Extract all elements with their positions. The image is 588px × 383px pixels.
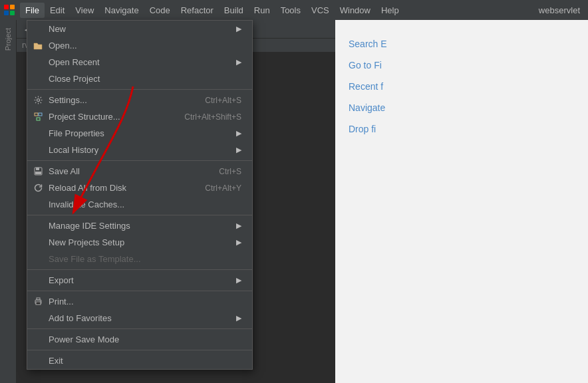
menu-run[interactable]: Run xyxy=(249,3,275,18)
separator-2 xyxy=(27,160,252,161)
app-logo xyxy=(3,3,16,17)
print-icon xyxy=(33,297,43,307)
menu-item-new-projects-setup[interactable]: New Projects Setup ▶ xyxy=(27,234,252,251)
svg-rect-6 xyxy=(39,113,42,116)
welcome-item-drop[interactable]: Drop fi xyxy=(349,118,575,140)
menu-item-save-as-template[interactable]: Save File as Template... xyxy=(27,251,252,267)
separator-4 xyxy=(27,269,252,270)
project-structure-icon xyxy=(33,112,43,122)
menu-item-add-favorites[interactable]: Add to Favorites ▶ xyxy=(27,310,252,326)
menu-item-save-all[interactable]: Save All Ctrl+S xyxy=(27,163,252,180)
folder-icon xyxy=(33,41,43,51)
menu-window[interactable]: Window xyxy=(335,3,376,18)
menu-help[interactable]: Help xyxy=(376,3,404,18)
welcome-item-recent[interactable]: Recent f xyxy=(349,76,575,97)
menu-file[interactable]: File xyxy=(20,3,45,18)
menu-item-new[interactable]: New ▶ xyxy=(27,21,252,37)
menu-item-reload[interactable]: Reload All from Disk Ctrl+Alt+Y xyxy=(27,180,252,196)
menu-item-export[interactable]: Export ▶ xyxy=(27,272,252,289)
settings-icon xyxy=(33,95,43,106)
separator-7 xyxy=(27,350,252,350)
menu-item-manage-ide[interactable]: Manage IDE Settings ▶ xyxy=(27,217,252,234)
menu-code[interactable]: Code xyxy=(144,3,176,18)
menu-navigate[interactable]: Navigate xyxy=(99,3,144,18)
menu-item-exit[interactable]: Exit xyxy=(27,352,252,369)
sidebar-project-tab[interactable]: Project xyxy=(2,23,14,56)
file-dropdown-menu: New ▶ Open... Open Recent ▶ Close Projec… xyxy=(27,20,253,370)
menu-item-power-save[interactable]: Power Save Mode xyxy=(27,331,252,348)
separator-1 xyxy=(27,89,252,90)
svg-rect-3 xyxy=(10,11,15,15)
menu-item-settings[interactable]: Settings... Ctrl+Alt+S xyxy=(27,92,252,108)
welcome-panel: Search E Go to Fi Recent f Navigate Drop… xyxy=(335,20,588,383)
svg-rect-0 xyxy=(4,5,9,9)
svg-rect-5 xyxy=(35,113,38,116)
menu-vcs[interactable]: VCS xyxy=(306,3,335,18)
sidebar: Project xyxy=(0,20,17,383)
svg-rect-2 xyxy=(4,11,9,15)
svg-rect-1 xyxy=(10,5,15,9)
menu-tools[interactable]: Tools xyxy=(275,3,306,18)
menu-item-file-properties[interactable]: File Properties ▶ xyxy=(27,125,252,142)
svg-rect-13 xyxy=(36,302,41,305)
menu-build[interactable]: Build xyxy=(219,3,249,18)
menu-item-open[interactable]: Open... xyxy=(27,37,252,54)
menu-item-local-history[interactable]: Local History ▶ xyxy=(27,142,252,158)
project-name: webservlet xyxy=(539,5,585,15)
menu-view[interactable]: View xyxy=(70,3,99,18)
welcome-item-search[interactable]: Search E xyxy=(349,33,575,55)
svg-rect-9 xyxy=(36,168,39,170)
reload-icon xyxy=(33,183,43,193)
svg-point-4 xyxy=(37,99,39,102)
menubar: File Edit View Navigate Code Refactor Bu… xyxy=(0,0,588,20)
welcome-item-navigate[interactable]: Navigate xyxy=(349,97,575,118)
menu-item-close-project[interactable]: Close Project xyxy=(27,70,252,87)
menu-item-invalidate[interactable]: Invalidate Caches... xyxy=(27,196,252,213)
svg-rect-10 xyxy=(35,172,41,174)
svg-rect-7 xyxy=(37,118,40,120)
separator-6 xyxy=(27,328,252,329)
welcome-item-goto[interactable]: Go to Fi xyxy=(349,55,575,76)
menu-item-project-structure[interactable]: Project Structure... Ctrl+Alt+Shift+S xyxy=(27,108,252,125)
menu-refactor[interactable]: Refactor xyxy=(176,3,219,18)
svg-point-14 xyxy=(39,301,40,301)
separator-5 xyxy=(27,291,252,291)
menu-edit[interactable]: Edit xyxy=(45,3,70,18)
save-icon xyxy=(33,166,43,177)
menu-item-open-recent[interactable]: Open Recent ▶ xyxy=(27,54,252,70)
menu-item-print[interactable]: Print... xyxy=(27,293,252,310)
svg-rect-12 xyxy=(37,298,40,300)
separator-3 xyxy=(27,215,252,215)
